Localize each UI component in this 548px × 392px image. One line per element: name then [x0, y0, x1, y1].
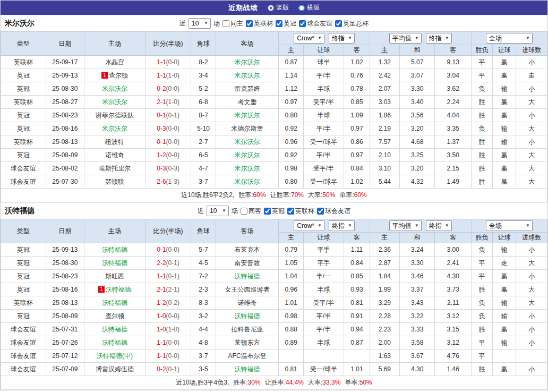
- col-handicap: 让球: [493, 45, 516, 56]
- away-team[interactable]: 米尔沃尔: [235, 138, 260, 146]
- league-checkbox[interactable]: [335, 20, 342, 27]
- euro-home-odds: 2.10: [370, 149, 399, 162]
- home-team[interactable]: 沃特福德: [102, 339, 127, 346]
- away-team-cell: 拉科鲁尼亚: [216, 323, 279, 336]
- away-team[interactable]: 米尔沃尔: [235, 58, 260, 66]
- league-checkbox[interactable]: [287, 208, 294, 215]
- euro-away-odds: 3.04: [435, 69, 471, 82]
- euro-odds-source-select[interactable]: 平均值▼: [389, 33, 422, 44]
- layout-vertical-option[interactable]: 竖版: [268, 3, 289, 12]
- games-count-select[interactable]: 10▼: [207, 206, 229, 216]
- league-checkbox[interactable]: [299, 20, 306, 27]
- corner-score: 4-5: [191, 257, 216, 270]
- league-filter[interactable]: 英联杯: [287, 207, 314, 216]
- away-team-cell: 米尔沃尔: [216, 109, 279, 122]
- league-badge: 球会友谊: [1, 363, 46, 376]
- league-filter[interactable]: 英冠: [264, 207, 285, 216]
- league-checkbox[interactable]: [276, 20, 282, 27]
- away-team[interactable]: 布莱克本: [235, 246, 260, 253]
- asia-home-odds: 0.79: [279, 243, 303, 257]
- away-team[interactable]: 沃特福德: [235, 272, 260, 280]
- away-team[interactable]: AFC温布尔登: [228, 352, 267, 360]
- euro-home-odds: 3.10: [370, 162, 399, 175]
- match-score: 0-3(0-3): [145, 162, 191, 175]
- home-team[interactable]: 沃特福德: [102, 259, 127, 267]
- full-time-score: 1-1: [157, 58, 166, 66]
- league-filter[interactable]: 英联杯: [246, 19, 273, 28]
- home-team[interactable]: 沃特福德: [106, 286, 131, 293]
- col-asia-away: 客: [344, 45, 370, 56]
- asia-handicap-line: 受一/球半: [303, 363, 344, 376]
- games-count-select[interactable]: 10▼: [189, 18, 211, 29]
- home-team[interactable]: 瑟顿联: [105, 178, 124, 185]
- away-team[interactable]: 米尔沃尔: [235, 151, 260, 159]
- league-filter[interactable]: 球会友谊: [317, 207, 350, 216]
- home-team[interactable]: 诺维奇: [105, 151, 124, 159]
- home-team[interactable]: 博雷汉姆伍德: [96, 365, 134, 373]
- euro-away-odds: 1.49: [435, 175, 471, 189]
- asia-odds-source-select[interactable]: Crow*▼: [294, 33, 324, 44]
- home-team[interactable]: 纽波特: [105, 138, 124, 146]
- home-team[interactable]: 沃特福德: [102, 326, 127, 333]
- league-filter[interactable]: 英足总杯: [335, 19, 369, 28]
- home-team[interactable]: 米尔沃尔: [102, 98, 127, 106]
- full-time-score: 2-1: [157, 98, 166, 106]
- euro-odds-source-select[interactable]: 平均值▼: [389, 220, 422, 231]
- corner-score: 5-2: [191, 82, 216, 96]
- league-checkbox[interactable]: [264, 208, 271, 215]
- league-filter[interactable]: 球会友谊: [299, 19, 332, 28]
- euro-odds-mode-select[interactable]: 终指▼: [426, 220, 452, 231]
- away-team[interactable]: 莱顿东方: [235, 339, 260, 346]
- away-team[interactable]: 沃特福德: [235, 365, 260, 373]
- home-team[interactable]: 查尔顿: [109, 72, 128, 79]
- match-score: 1-0(0-0): [145, 310, 191, 323]
- same-venue-checkbox[interactable]: [222, 20, 229, 27]
- league-checkbox[interactable]: [246, 20, 253, 27]
- away-team[interactable]: 拉科鲁尼亚: [232, 326, 263, 333]
- home-team[interactable]: 斯旺西: [105, 272, 124, 280]
- goals-result-cell: 大: [516, 283, 547, 296]
- away-team[interactable]: 女王公园巡游者: [225, 286, 270, 293]
- odd-rate-value: 50%: [359, 379, 372, 386]
- handicap-result-cell: 赢: [493, 175, 516, 189]
- home-team[interactable]: 查尔顿: [105, 312, 124, 320]
- away-team[interactable]: 南安普敦: [235, 259, 260, 267]
- away-team[interactable]: 雷克瑟姆: [235, 85, 260, 92]
- away-team[interactable]: 米尔沃尔: [235, 72, 260, 79]
- table-row: 球会友谊 25-07-30 瑟顿联 2-6(1-3) 3-7 米尔沃尔 0.80…: [1, 175, 547, 189]
- home-team[interactable]: 埃斯托里尔: [99, 165, 131, 172]
- away-team[interactable]: 米尔沃尔: [235, 112, 260, 119]
- home-team[interactable]: 谢菲尔德联队: [96, 112, 134, 119]
- asia-handicap-line: 受一/球半: [303, 135, 344, 149]
- asia-odds-mode-select[interactable]: 终指▼: [329, 220, 355, 231]
- same-venue-filter[interactable]: 同主: [222, 19, 243, 28]
- league-badge: 英冠: [1, 122, 46, 135]
- col-away: 客场: [216, 219, 279, 243]
- away-team[interactable]: 沃特福德: [235, 312, 260, 320]
- same-venue-checkbox[interactable]: [241, 208, 247, 215]
- asia-away-odds: 0.97: [344, 122, 370, 135]
- home-team[interactable]: 沃特福德(中): [97, 352, 133, 360]
- away-team[interactable]: 米德尔斯堡: [232, 125, 263, 132]
- league-checkbox[interactable]: [317, 208, 324, 215]
- goals-scope-select[interactable]: 全场▼: [486, 220, 533, 231]
- away-team[interactable]: 米尔沃尔: [235, 165, 260, 172]
- league-filter[interactable]: 英冠: [276, 19, 296, 28]
- layout-horizontal-option[interactable]: 横版: [298, 3, 320, 12]
- home-team[interactable]: 沃特福德: [102, 246, 127, 253]
- asia-odds-source-select[interactable]: Crow*▼: [294, 220, 324, 231]
- full-time-score: 1-1: [157, 339, 166, 346]
- home-team[interactable]: 水晶宫: [105, 58, 124, 66]
- asia-handicap-line: 平手: [303, 243, 344, 257]
- away-team[interactable]: 考文垂: [238, 98, 257, 106]
- away-team[interactable]: 诺维奇: [238, 299, 257, 306]
- away-team[interactable]: 米尔沃尔: [235, 178, 260, 185]
- home-team[interactable]: 米尔沃尔: [102, 85, 127, 92]
- asia-odds-mode-select[interactable]: 终指▼: [329, 33, 355, 44]
- home-team[interactable]: 沃特福德: [102, 299, 127, 306]
- euro-draw-odds: 3.46: [400, 270, 435, 283]
- euro-odds-mode-select[interactable]: 终指▼: [426, 33, 452, 44]
- home-team[interactable]: 米尔沃尔: [102, 125, 127, 132]
- goals-scope-select[interactable]: 全场▼: [486, 33, 533, 44]
- same-venue-filter[interactable]: 同客: [241, 207, 261, 216]
